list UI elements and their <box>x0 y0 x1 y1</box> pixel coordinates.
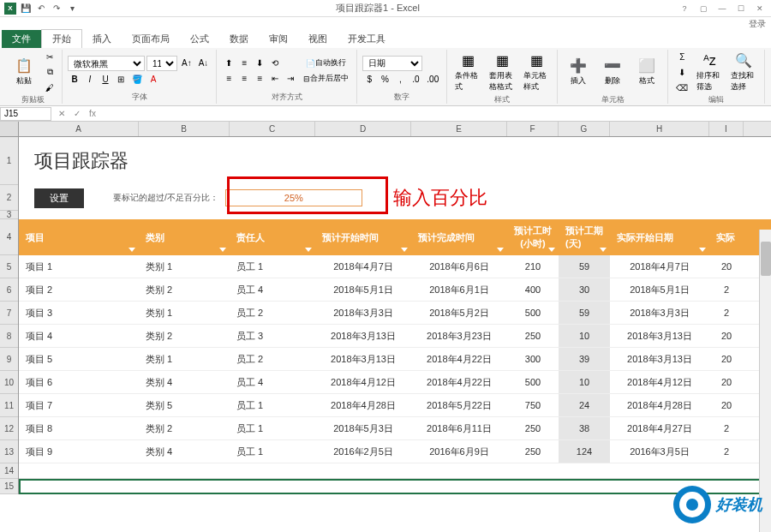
row-header-3[interactable]: 3 <box>0 211 18 219</box>
th-category[interactable]: 类别 <box>139 219 230 255</box>
row-header-4[interactable]: 4 <box>0 219 18 255</box>
cell-plan-end[interactable]: 2018年3月23日 <box>411 325 507 347</box>
ribbon-display-icon[interactable]: ▢ <box>696 3 711 15</box>
col-header-g[interactable]: G <box>559 122 610 136</box>
cell-project[interactable]: 项目 8 <box>19 417 139 439</box>
cell-plan-end[interactable]: 2018年4月22日 <box>411 348 507 370</box>
col-header-f[interactable]: F <box>507 122 559 136</box>
tab-formulas[interactable]: 公式 <box>180 30 219 48</box>
insert-cells-button[interactable]: ➕插入 <box>563 50 594 94</box>
cell-plan-start[interactable]: 2018年5月1日 <box>315 278 411 301</box>
cell-est-days[interactable]: 10 <box>559 325 610 347</box>
row-header-9[interactable]: 9 <box>0 348 18 371</box>
cell-est-days[interactable]: 24 <box>559 394 610 416</box>
filter-dropdown-icon[interactable] <box>401 248 408 252</box>
filter-dropdown-icon[interactable] <box>699 248 706 252</box>
cell-plan-start[interactable]: 2018年3月13日 <box>315 325 411 347</box>
italic-button[interactable]: I <box>83 72 97 86</box>
cell-est-days[interactable]: 38 <box>559 417 610 439</box>
paste-button[interactable]: 📋粘贴 <box>9 50 39 94</box>
table-row[interactable]: 项目 4 类别 2 员工 3 2018年3月13日 2018年3月23日 250… <box>19 325 771 348</box>
filter-dropdown-icon[interactable] <box>548 248 555 252</box>
cell-plan-end[interactable]: 2018年6月1日 <box>411 278 507 301</box>
cell-est-hours[interactable]: 250 <box>507 440 559 463</box>
indent-increase-icon[interactable]: ⇥ <box>284 72 297 86</box>
orientation-icon[interactable]: ⟲ <box>268 57 282 70</box>
cell-styles-button[interactable]: ▦单元格样式 <box>521 50 552 94</box>
bold-button[interactable]: B <box>68 72 81 86</box>
autosum-icon[interactable]: Σ <box>673 50 690 63</box>
row-header-6[interactable]: 6 <box>0 278 18 302</box>
close-icon[interactable]: ✕ <box>752 3 768 15</box>
row-header-2[interactable]: 2 <box>0 185 18 211</box>
cell-actual-start[interactable]: 2018年4月7日 <box>610 255 709 278</box>
number-format-select[interactable]: 日期 <box>362 56 422 71</box>
table-row[interactable]: 项目 6 类别 4 员工 4 2018年4月12日 2018年4月22日 500… <box>19 371 771 394</box>
align-top-icon[interactable]: ⬆ <box>222 57 236 70</box>
filter-dropdown-icon[interactable] <box>128 248 135 252</box>
cell-project[interactable]: 项目 7 <box>19 394 139 416</box>
cell-category[interactable]: 类别 4 <box>139 371 230 393</box>
comma-icon[interactable]: , <box>393 73 407 87</box>
fx-icon[interactable]: fx <box>86 107 99 121</box>
cancel-formula-icon[interactable]: ✕ <box>55 107 69 121</box>
cell-actual-start[interactable]: 2018年4月12日 <box>610 371 709 393</box>
cell-est-days[interactable]: 39 <box>559 348 610 370</box>
cell-project[interactable]: 项目 6 <box>19 371 139 393</box>
cell-est-hours[interactable]: 500 <box>507 302 559 324</box>
col-header-b[interactable]: B <box>139 122 230 136</box>
table-row[interactable]: 项目 3 类别 1 员工 2 2018年3月3日 2018年5月2日 500 5… <box>19 302 771 325</box>
font-size-select[interactable]: 11 <box>146 56 177 71</box>
cell-est-hours[interactable]: 400 <box>507 278 559 301</box>
align-left-icon[interactable]: ≡ <box>222 72 236 86</box>
row-header-1[interactable]: 1 <box>0 137 18 185</box>
th-project[interactable]: 项目 <box>19 219 139 255</box>
cell-plan-end[interactable]: 2018年6月6日 <box>411 255 507 278</box>
cell-owner[interactable]: 员工 4 <box>230 371 315 393</box>
cell-est-days[interactable]: 59 <box>559 255 610 278</box>
cell-actual-start[interactable]: 2016年3月5日 <box>610 440 709 463</box>
cell-plan-start[interactable]: 2018年3月3日 <box>315 302 411 324</box>
signin-link[interactable]: 登录 <box>0 17 771 31</box>
row-header-7[interactable]: 7 <box>0 302 18 325</box>
tab-insert[interactable]: 插入 <box>82 30 122 48</box>
cell-plan-end[interactable]: 2016年6月9日 <box>411 440 507 463</box>
conditional-format-button[interactable]: ▦条件格式 <box>452 50 483 94</box>
row-header-14[interactable]: 14 <box>0 463 18 479</box>
merge-center-button[interactable]: ⊟合并后居中 <box>301 72 351 86</box>
save-icon[interactable]: 💾 <box>19 2 33 15</box>
cell-est-hours[interactable]: 750 <box>507 394 559 416</box>
decrease-decimal-icon[interactable]: .00 <box>424 73 441 87</box>
row-header-13[interactable]: 13 <box>0 440 18 463</box>
cell-est-hours[interactable]: 210 <box>507 255 559 278</box>
underline-button[interactable]: U <box>99 72 112 86</box>
cell-category[interactable]: 类别 1 <box>139 348 230 370</box>
cell-project[interactable]: 项目 3 <box>19 302 139 324</box>
cell-actual-end[interactable]: 20 <box>709 255 744 278</box>
cut-icon[interactable]: ✂ <box>43 50 57 63</box>
find-select-button[interactable]: 🔍查找和选择 <box>728 50 759 94</box>
undo-icon[interactable]: ↶ <box>34 2 48 15</box>
format-table-button[interactable]: ▦套用表格格式 <box>487 50 517 94</box>
cell-owner[interactable]: 员工 1 <box>230 394 315 416</box>
cell-actual-start[interactable]: 2018年5月1日 <box>610 278 709 301</box>
cell-plan-start[interactable]: 2018年4月12日 <box>315 371 411 393</box>
cell-project[interactable]: 项目 9 <box>19 440 139 463</box>
tab-developer[interactable]: 开发工具 <box>338 30 396 48</box>
maximize-icon[interactable]: ☐ <box>733 3 749 15</box>
minimize-icon[interactable]: — <box>714 3 730 15</box>
filter-dropdown-icon[interactable] <box>600 248 607 252</box>
cell-owner[interactable]: 员工 4 <box>230 278 315 301</box>
cell-category[interactable]: 类别 2 <box>139 417 230 439</box>
table-row[interactable]: 项目 9 类别 4 员工 1 2016年2月5日 2016年6月9日 250 1… <box>19 440 771 463</box>
cell-actual-end[interactable]: 20 <box>709 348 744 370</box>
cell-actual-start[interactable]: 2018年4月27日 <box>610 417 709 439</box>
th-plan-start[interactable]: 预计开始时间 <box>315 219 411 255</box>
indent-decrease-icon[interactable]: ⇤ <box>268 72 282 86</box>
table-row[interactable]: 项目 2 类别 2 员工 4 2018年5月1日 2018年6月1日 400 3… <box>19 278 771 302</box>
cell-actual-end[interactable]: 20 <box>709 325 744 347</box>
row-header-11[interactable]: 11 <box>0 394 18 417</box>
cell-project[interactable]: 项目 5 <box>19 348 139 370</box>
cell-plan-start[interactable]: 2018年4月7日 <box>315 255 411 278</box>
threshold-input-cell[interactable]: 25% <box>225 189 362 206</box>
